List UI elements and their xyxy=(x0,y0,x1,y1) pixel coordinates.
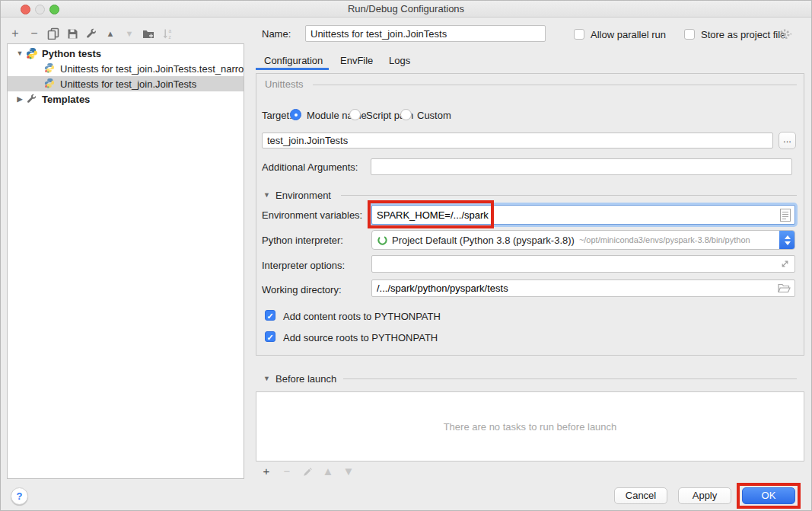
help-button[interactable]: ? xyxy=(11,487,28,505)
before-launch-tasks-box: There are no tasks to run before launch xyxy=(256,391,804,461)
edit-task-icon xyxy=(301,465,314,477)
python-tests-icon xyxy=(26,47,38,59)
tab-envfile[interactable]: EnvFile xyxy=(340,55,373,66)
sort-az-icon: a z xyxy=(162,28,174,40)
tab-logs[interactable]: Logs xyxy=(389,55,410,66)
folder-plus-icon xyxy=(142,28,154,40)
tab-configuration[interactable]: Configuration xyxy=(264,55,323,66)
group-divider xyxy=(313,85,797,85)
python-test-icon xyxy=(44,62,56,75)
apply-button[interactable]: Apply xyxy=(678,487,731,504)
environment-variables-input[interactable] xyxy=(372,206,794,224)
chevron-up-icon xyxy=(785,235,791,239)
interpreter-options-label: Interpreter options: xyxy=(262,260,345,271)
new-folder-icon[interactable] xyxy=(142,27,154,40)
svg-text:z: z xyxy=(168,34,170,39)
remove-configuration-icon[interactable]: − xyxy=(28,27,40,40)
save-configuration-icon[interactable] xyxy=(66,27,78,40)
working-directory-field xyxy=(371,279,795,297)
name-label: Name: xyxy=(262,28,291,40)
wrench-icon xyxy=(86,28,97,40)
svg-text:a: a xyxy=(168,28,171,34)
task-down-icon: ▼ xyxy=(342,465,355,477)
interpreter-options-field xyxy=(371,255,795,273)
tree-node-python-tests[interactable]: ▼ Python tests xyxy=(8,46,244,61)
additional-arguments-label: Additional Arguments: xyxy=(262,161,358,173)
environment-variables-label: Environment variables: xyxy=(262,209,362,221)
radio-script-path[interactable] xyxy=(349,109,361,120)
allow-parallel-run-label: Allow parallel run xyxy=(591,29,666,40)
templates-wrench-icon xyxy=(26,93,38,105)
unittests-group-title: Unittests xyxy=(265,78,304,90)
store-options-gear-icon[interactable] xyxy=(779,28,794,40)
combo-stepper[interactable] xyxy=(779,230,795,250)
environment-collapse-icon[interactable]: ▼ xyxy=(263,191,270,199)
environment-variables-field xyxy=(371,205,795,225)
before-launch-divider xyxy=(343,378,797,379)
environment-section-title: Environment xyxy=(275,190,331,201)
tree-node-test-narrow[interactable]: Unittests for test_join.JoinTests.test_n… xyxy=(8,61,244,76)
sort-configurations-icon: a z xyxy=(161,27,174,40)
add-task-icon[interactable]: + xyxy=(260,465,272,477)
edit-templates-icon[interactable] xyxy=(85,27,97,40)
python-test-icon xyxy=(44,78,56,90)
move-down-icon: ▼ xyxy=(123,27,135,40)
target-label: Target: xyxy=(262,110,292,121)
cancel-button[interactable]: Cancel xyxy=(614,487,667,504)
store-as-project-file-label: Store as project file xyxy=(701,29,785,40)
before-launch-title: Before launch xyxy=(275,373,336,385)
python-interpreter-combo[interactable]: Project Default (Python 3.8 (pyspark-3.8… xyxy=(371,230,795,250)
add-source-roots-checkbox[interactable]: ✓ xyxy=(265,331,275,342)
allow-parallel-run-checkbox[interactable] xyxy=(574,29,584,40)
copy-configuration-icon[interactable] xyxy=(47,27,59,40)
move-up-icon[interactable]: ▲ xyxy=(104,27,116,40)
run-debug-configurations-dialog: Run/Debug Configurations + − ▲ ▼ xyxy=(0,0,812,511)
conda-env-icon xyxy=(377,235,388,246)
chevron-down-icon xyxy=(785,241,791,245)
add-content-roots-label: Add content roots to PYTHONPATH xyxy=(283,311,441,322)
radio-custom[interactable] xyxy=(400,109,412,120)
folder-icon[interactable] xyxy=(778,283,791,294)
no-tasks-message: There are no tasks to run before launch xyxy=(444,421,617,433)
add-source-roots-label: Add source roots to PYTHONPATH xyxy=(283,332,438,343)
ok-button[interactable]: OK xyxy=(742,487,795,504)
radio-custom-label: Custom xyxy=(417,110,451,121)
python-interpreter-value: Project Default (Python 3.8 (pyspark-3.8… xyxy=(392,235,575,246)
store-as-project-file-checkbox[interactable] xyxy=(684,29,695,40)
browse-module-button[interactable]: ... xyxy=(779,132,796,149)
add-content-roots-checkbox[interactable]: ✓ xyxy=(265,310,275,321)
working-directory-label: Working directory: xyxy=(262,284,342,295)
add-configuration-icon[interactable]: + xyxy=(9,27,21,40)
env-vars-list-icon[interactable] xyxy=(780,209,791,222)
python-interpreter-label: Python interpreter: xyxy=(262,235,343,246)
window-title: Run/Debug Configurations xyxy=(1,3,811,14)
chevron-right-icon[interactable]: ▶ xyxy=(15,95,24,103)
expand-field-icon[interactable] xyxy=(779,258,791,270)
module-name-input[interactable] xyxy=(262,133,773,149)
name-input[interactable] xyxy=(305,25,546,42)
tree-node-label: Unittests for test_join.JoinTests xyxy=(60,78,196,90)
tree-node-templates[interactable]: ▶ Templates xyxy=(8,91,244,107)
radio-module-name[interactable] xyxy=(290,109,301,120)
environment-divider xyxy=(341,195,797,196)
tree-node-label: Python tests xyxy=(42,48,101,59)
tree-node-jointests-selected[interactable]: Unittests for test_join.JoinTests xyxy=(8,76,244,91)
before-launch-toolbar: + − ▲ ▼ xyxy=(260,465,355,477)
working-directory-input[interactable] xyxy=(372,280,794,296)
active-tab-underline xyxy=(256,68,329,70)
tree-node-label: Unittests for test_join.JoinTests.test_n… xyxy=(60,63,244,75)
additional-arguments-input[interactable] xyxy=(371,158,792,175)
python-interpreter-path: ~/opt/miniconda3/envs/pyspark-3.8/bin/py… xyxy=(579,235,750,244)
configurations-tree: ▼ Python tests xyxy=(7,43,244,479)
copy-icon xyxy=(47,27,59,40)
task-up-icon: ▲ xyxy=(322,465,334,477)
remove-task-icon: − xyxy=(281,465,293,477)
save-icon xyxy=(67,28,78,40)
tree-node-label: Templates xyxy=(42,94,90,105)
interpreter-options-input[interactable] xyxy=(372,256,794,272)
before-launch-collapse-icon[interactable]: ▼ xyxy=(263,375,270,382)
configurations-toolbar: + − ▲ ▼ xyxy=(9,25,174,42)
title-bar: Run/Debug Configurations xyxy=(1,1,811,18)
chevron-down-icon[interactable]: ▼ xyxy=(15,50,24,57)
